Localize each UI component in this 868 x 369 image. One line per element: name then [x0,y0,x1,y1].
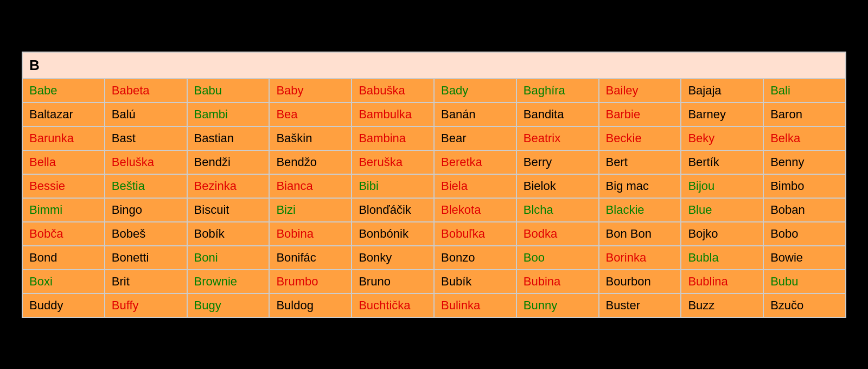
table-cell: Bijou [681,174,763,198]
table-cell: Brit [105,270,187,294]
table-cell: Beretka [434,150,516,174]
table-row: BarunkaBastBastianBaškinBambinaBearBeatr… [22,126,846,150]
table-cell: Bast [105,126,187,150]
table-cell: Bobina [269,222,352,246]
table-cell: Boxi [22,270,105,294]
table-cell: Blue [681,198,763,222]
table-cell: Bublina [681,270,763,294]
table-cell: Bonetti [105,246,187,270]
table-cell: Bubina [516,270,599,294]
table-cell: Bubík [434,270,516,294]
table-cell: Bady [434,79,516,103]
table-cell: Buzz [681,294,763,317]
table-cell: Bowie [763,246,846,270]
table-header: B [22,52,846,79]
table-cell: Bert [599,150,681,174]
table-cell: Bubu [763,270,846,294]
table-cell: Babuška [352,79,434,103]
table-cell: Buddy [22,294,105,317]
table-cell: Bobo [763,222,846,246]
table-cell: Belka [763,126,846,150]
table-cell: Bizi [269,198,352,222]
table-cell: Banán [434,103,516,126]
table-cell: Bojko [681,222,763,246]
table-row: BoxiBritBrownieBrumboBrunoBubíkBubinaBou… [22,270,846,294]
table-cell: Bubla [681,246,763,270]
table-row: BimmiBingoBiscuitBiziBlonďáčikBlekotaBlc… [22,198,846,222]
table-cell: Bielok [516,174,599,198]
table-cell: Beštia [105,174,187,198]
table-cell: Bodka [516,222,599,246]
table-cell: Baghíra [516,79,599,103]
table-row: BabeBabetaBabuBabyBabuškaBadyBaghíraBail… [22,79,846,103]
table-cell: Bianca [269,174,352,198]
table-cell: Babe [22,79,105,103]
table-cell: Beckie [599,126,681,150]
table-cell: Benny [763,150,846,174]
table-row: BobčaBobešBobíkBobinaBonbónikBobuľkaBodk… [22,222,846,246]
table-cell: Bonifác [269,246,352,270]
table-cell: Blcha [516,198,599,222]
table-cell: Bibi [352,174,434,198]
table-cell: Bertík [681,150,763,174]
table-row: BuddyBuffyBugyBuldogBuchtičkaBulinkaBunn… [22,294,846,317]
table-row: BessieBeštiaBezinkaBiancaBibiBielaBielok… [22,174,846,198]
table-cell: Bandita [516,103,599,126]
table-cell: Buchtička [352,294,434,317]
table-cell: Bendži [187,150,270,174]
table-cell: Bruno [352,270,434,294]
table-cell: Brumbo [269,270,352,294]
table-cell: Bear [434,126,516,150]
table-cell: Beatrix [516,126,599,150]
table-cell: Bobík [187,222,270,246]
table-cell: Bulinka [434,294,516,317]
table-row: BellaBeluškaBendžiBendžoBeruškaBeretkaBe… [22,150,846,174]
header-letter: B [29,57,40,73]
table-cell: Bon Bon [599,222,681,246]
table-cell: Bingo [105,198,187,222]
table-cell: Bambulka [352,103,434,126]
table-cell: Bzučo [763,294,846,317]
table-cell: Bonzo [434,246,516,270]
table-cell: Bunny [516,294,599,317]
table-cell: Bezinka [187,174,270,198]
table-cell: Baltazar [22,103,105,126]
table-cell: Bonky [352,246,434,270]
table-cell: Bobeš [105,222,187,246]
table-cell: Buster [599,294,681,317]
table-cell: Baškin [269,126,352,150]
table-cell: Bonbónik [352,222,434,246]
table-cell: Blonďáčik [352,198,434,222]
table-cell: Bobča [22,222,105,246]
table-cell: Barunka [22,126,105,150]
table-cell: Bugy [187,294,270,317]
table-cell: Bea [269,103,352,126]
table-cell: Bendžo [269,150,352,174]
table-cell: Buldog [269,294,352,317]
table-wrapper: B BabeBabetaBabuBabyBabuškaBadyBaghíraBa… [11,41,857,329]
table-cell: Borinka [599,246,681,270]
table-cell: Brownie [187,270,270,294]
table-row: BaltazarBalúBambiBeaBambulkaBanánBandita… [22,103,846,126]
table-cell: Beky [681,126,763,150]
table-cell: Bourbon [599,270,681,294]
table-cell: Bond [22,246,105,270]
table-cell: Beruška [352,150,434,174]
table-cell: Bambi [187,103,270,126]
table-cell: Bajaja [681,79,763,103]
table-cell: Biscuit [187,198,270,222]
table-cell: Boban [763,198,846,222]
table-cell: Blekota [434,198,516,222]
table-cell: Babeta [105,79,187,103]
table-cell: Big mac [599,174,681,198]
table-cell: Bella [22,150,105,174]
table-cell: Berry [516,150,599,174]
table-cell: Bambina [352,126,434,150]
table-cell: Blackie [599,198,681,222]
table-cell: Bimmi [22,198,105,222]
table-cell: Bali [763,79,846,103]
table-cell: Bastian [187,126,270,150]
table-cell: Bimbo [763,174,846,198]
table-cell: Buffy [105,294,187,317]
table-cell: Bobuľka [434,222,516,246]
